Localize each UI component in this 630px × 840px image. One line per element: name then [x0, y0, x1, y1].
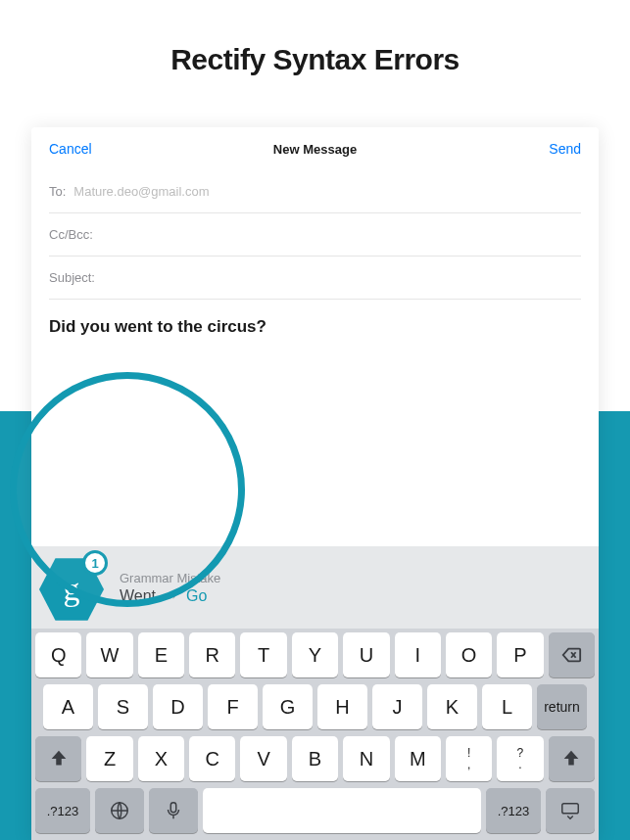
key-v[interactable]: V [240, 736, 286, 781]
suggestion-to: Go [186, 587, 207, 605]
subject-label: Subject: [49, 270, 95, 285]
suggestion-bar[interactable]: g 1 Grammar Mistake Went → Go [31, 546, 599, 629]
keyboard-row-1: Q W E R T Y U I O P [35, 632, 595, 677]
key-i[interactable]: I [395, 632, 441, 677]
ccbcc-label: Cc/Bcc: [49, 227, 93, 242]
message-body[interactable]: Did you went to the circus? [49, 317, 581, 337]
ccbcc-field[interactable]: Cc/Bcc: [49, 213, 581, 257]
mic-key[interactable] [149, 788, 198, 833]
send-button[interactable]: Send [448, 141, 581, 157]
key-u[interactable]: U [343, 632, 389, 677]
space-key[interactable] [203, 788, 481, 833]
shift-key[interactable] [35, 736, 81, 781]
shift-icon [48, 748, 70, 770]
keyboard-area: g 1 Grammar Mistake Went → Go Q W E R T … [31, 546, 599, 840]
key-w[interactable]: W [86, 632, 132, 677]
arrow-right-icon: → [164, 587, 178, 604]
key-t[interactable]: T [240, 632, 286, 677]
key-m[interactable]: M [395, 736, 441, 781]
to-value: Mature.deo@gmail.com [73, 184, 209, 199]
key-k[interactable]: K [427, 684, 477, 729]
grammar-badge[interactable]: g 1 [39, 554, 104, 625]
key-f[interactable]: F [208, 684, 258, 729]
compose-title: New Message [182, 142, 449, 157]
page-title: Rectify Syntax Errors [0, 43, 630, 76]
symbols-key-left[interactable]: .?123 [35, 788, 90, 833]
compose-screen: Cancel New Message Send To: Mature.deo@g… [31, 127, 599, 840]
key-o[interactable]: O [446, 632, 492, 677]
keyboard-row-3: Z X C V B N M ! , ? . [35, 736, 595, 781]
key-q[interactable]: Q [35, 632, 81, 677]
backspace-key[interactable] [549, 632, 595, 677]
shift-icon [560, 748, 582, 770]
key-e[interactable]: E [138, 632, 184, 677]
suggestion-title: Grammar Mistake [120, 571, 220, 585]
suggestion-from: Went [120, 587, 156, 605]
key-x[interactable]: X [138, 736, 184, 781]
key-g[interactable]: G [263, 684, 313, 729]
return-key[interactable]: return [537, 684, 587, 729]
globe-icon [109, 800, 130, 821]
svg-rect-3 [170, 803, 176, 813]
key-y[interactable]: Y [292, 632, 338, 677]
to-field[interactable]: To: Mature.deo@gmail.com [49, 170, 581, 213]
subject-field[interactable]: Subject: [49, 257, 581, 300]
to-label: To: [49, 184, 66, 199]
globe-key[interactable] [95, 788, 144, 833]
svg-rect-4 [562, 804, 579, 814]
keyboard-row-2: A S D F G H J K L return [35, 684, 595, 729]
key-comma[interactable]: ! , [446, 736, 492, 781]
microphone-icon [163, 800, 184, 821]
key-p[interactable]: P [497, 632, 543, 677]
key-j[interactable]: J [372, 684, 422, 729]
compose-header: Cancel New Message Send [31, 127, 599, 170]
key-a[interactable]: A [43, 684, 93, 729]
dismiss-keyboard-key[interactable] [546, 788, 595, 833]
key-z[interactable]: Z [86, 736, 132, 781]
key-l[interactable]: L [482, 684, 532, 729]
key-d[interactable]: D [153, 684, 203, 729]
key-n[interactable]: N [343, 736, 389, 781]
shift-key-right[interactable] [549, 736, 595, 781]
symbols-key-right[interactable]: .?123 [486, 788, 541, 833]
key-b[interactable]: B [292, 736, 338, 781]
key-period[interactable]: ? . [497, 736, 543, 781]
key-s[interactable]: S [98, 684, 148, 729]
key-r[interactable]: R [189, 632, 235, 677]
key-c[interactable]: C [189, 736, 235, 781]
keyboard-dismiss-icon [559, 800, 581, 821]
grammar-count-badge: 1 [82, 550, 108, 576]
key-h[interactable]: H [317, 684, 367, 729]
backspace-icon [560, 644, 582, 666]
cancel-button[interactable]: Cancel [49, 141, 182, 157]
keyboard: Q W E R T Y U I O P A S D F G H [31, 629, 599, 833]
keyboard-row-4: .?123 .?123 [35, 788, 595, 833]
